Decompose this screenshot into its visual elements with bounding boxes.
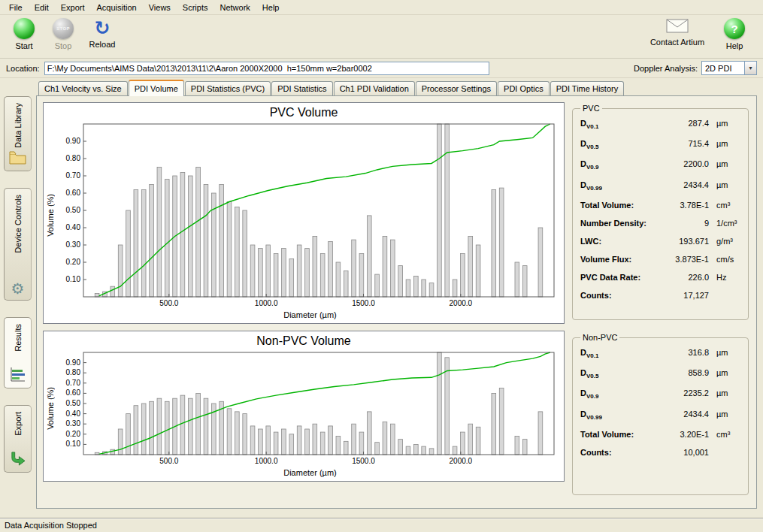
stat-row-pvc-data-rate: PVC Data Rate:226.0Hz [580, 268, 740, 286]
help-label: Help [726, 41, 743, 50]
stat-row-dv0-1: DV0.1287.4µm [580, 114, 740, 135]
stat-value: 226.0 [661, 273, 709, 282]
stat-label: DV0.99 [580, 410, 661, 421]
stat-unit: cm³ [709, 201, 740, 210]
export-arrow-icon [9, 451, 26, 468]
stat-label: DV0.1 [580, 348, 661, 359]
tab-pdi-statistics[interactable]: PDI Statistics [271, 81, 332, 95]
menu-item-edit[interactable]: Edit [29, 1, 55, 14]
svg-text:500.0: 500.0 [159, 457, 178, 465]
contact-artium-button[interactable]: Contact Artium [649, 18, 706, 50]
svg-text:0.80: 0.80 [66, 154, 81, 162]
charts-column: PVC Volume Volume (%) 0.100.200.300.400.… [43, 102, 565, 502]
tab-page-pdi-volume: PVC Volume Volume (%) 0.100.200.300.400.… [36, 95, 757, 509]
doppler-analysis-value: 2D PDI [702, 64, 744, 73]
svg-text:1500.0: 1500.0 [352, 457, 375, 465]
menu-item-acquisition[interactable]: Acquisition [91, 1, 143, 14]
stat-row-volume-flux: Volume Flux:3.873E-1cm/s [580, 250, 740, 268]
stat-label: Counts: [580, 291, 661, 300]
stat-label: Volume Flux: [580, 255, 661, 264]
svg-text:2000.0: 2000.0 [450, 457, 473, 465]
svg-text:0.80: 0.80 [66, 368, 81, 376]
svg-text:0.30: 0.30 [66, 240, 81, 249]
menu-item-file[interactable]: File [3, 1, 29, 14]
reload-button[interactable]: ↻ Reload [84, 18, 120, 49]
stat-value: 2434.4 [661, 180, 709, 189]
stat-label: Number Density: [580, 219, 661, 228]
envelope-icon [666, 18, 689, 35]
svg-text:0.40: 0.40 [66, 223, 81, 231]
menu-item-views[interactable]: Views [143, 1, 177, 14]
sidebar-item-export[interactable]: Export [4, 405, 32, 473]
stat-unit: µm [709, 159, 740, 168]
pvc-y-axis-label: Volume (%) [46, 194, 55, 237]
stat-label: DV0.5 [580, 139, 661, 150]
help-button[interactable]: ? Help [716, 18, 752, 50]
sidebar-item-data-library[interactable]: Data Library [4, 96, 32, 171]
menu-item-help[interactable]: Help [256, 1, 286, 14]
bar-chart-icon [9, 367, 26, 384]
location-row: Location: Doppler Analysis: 2D PDI ▼ [0, 59, 763, 78]
location-input[interactable] [44, 62, 489, 75]
stat-unit: µm [709, 388, 740, 397]
nonpvc-stats-group: Non-PVC DV0.1316.8µmDV0.5858.9µmDV0.9223… [572, 333, 749, 495]
tab-pdi-time-history[interactable]: PDI Time History [550, 81, 625, 95]
menu-item-scripts[interactable]: Scripts [177, 1, 214, 14]
pvc-volume-chart: PVC Volume Volume (%) 0.100.200.300.400.… [43, 102, 565, 324]
sidebar-item-device-controls[interactable]: Device Controls ⚙ [4, 188, 32, 301]
svg-text:0.20: 0.20 [66, 258, 81, 266]
stat-label: Total Volume: [580, 430, 661, 439]
sidebar: Data Library Device Controls ⚙ Results [0, 78, 35, 518]
stat-value: 2235.2 [661, 388, 709, 397]
tab-pdi-statistics-pvc[interactable]: PDI Statistics (PVC) [185, 81, 271, 95]
stat-value: 316.8 [661, 348, 709, 357]
svg-text:0.50: 0.50 [66, 399, 81, 407]
menu-bar: FileEditExportAcquisitionViewsScriptsNet… [0, 0, 763, 15]
stat-label: Counts: [580, 448, 661, 457]
svg-text:0.10: 0.10 [66, 440, 81, 448]
tab-ch1-pdi-validation[interactable]: Ch1 PDI Validation [334, 81, 415, 95]
menu-item-export[interactable]: Export [55, 1, 91, 14]
stat-value: 9 [661, 219, 709, 228]
stat-unit: µm [709, 180, 740, 189]
reload-icon: ↻ [95, 18, 111, 38]
svg-text:0.90: 0.90 [66, 137, 81, 145]
tab-processor-settings[interactable]: Processor Settings [416, 81, 497, 95]
start-icon [14, 18, 35, 39]
stat-row-dv0-99: DV0.992434.4µm [580, 176, 740, 196]
content: Ch1 Velocity vs. SizePDI VolumePDI Stati… [35, 78, 763, 518]
sidebar-item-results[interactable]: Results [4, 317, 32, 388]
tab-ch1-velocity-vs-size[interactable]: Ch1 Velocity vs. Size [38, 81, 128, 95]
stat-label: Total Volume: [580, 201, 661, 210]
doppler-analysis-dropdown[interactable]: 2D PDI ▼ [701, 61, 757, 75]
stat-row-dv0-1: DV0.1316.8µm [580, 343, 740, 364]
stat-row-lwc: LWC:193.671g/m³ [580, 232, 740, 250]
stat-value: 17,127 [661, 291, 709, 300]
stat-unit: µm [709, 348, 740, 357]
tab-pdi-volume[interactable]: PDI Volume [129, 80, 184, 96]
stat-unit: cm³ [709, 430, 740, 439]
nonpvc-volume-chart-title: Non-PVC Volume [44, 333, 564, 349]
stat-label: DV0.9 [580, 388, 661, 400]
pvc-volume-chart-title: PVC Volume [44, 104, 564, 120]
stop-button[interactable]: STOP Stop [45, 18, 81, 50]
svg-text:0.60: 0.60 [66, 388, 81, 397]
svg-text:0.70: 0.70 [66, 171, 81, 180]
pvc-stats-title: PVC [580, 104, 602, 113]
stat-value: 3.873E-1 [661, 255, 709, 264]
status-bar: Data Acquisition Stopped [0, 518, 763, 532]
stat-label: DV0.1 [580, 119, 661, 130]
tab-pdi-optics[interactable]: PDI Optics [498, 81, 550, 95]
start-button[interactable]: Start [6, 18, 42, 50]
svg-text:1000.0: 1000.0 [255, 299, 278, 307]
stat-value: 3.20E-1 [661, 430, 709, 439]
doppler-analysis-label: Doppler Analysis: [634, 64, 698, 73]
stat-row-dv0-5: DV0.5858.9µm [580, 364, 740, 384]
menu-item-network[interactable]: Network [213, 1, 256, 14]
start-label: Start [15, 41, 32, 50]
nonpvc-x-axis-label: Diameter (µm) [56, 467, 564, 479]
stat-label: DV0.5 [580, 368, 661, 379]
stat-row-dv0-5: DV0.5715.4µm [580, 135, 740, 155]
chevron-down-icon[interactable]: ▼ [744, 62, 756, 74]
svg-text:1500.0: 1500.0 [352, 299, 375, 307]
